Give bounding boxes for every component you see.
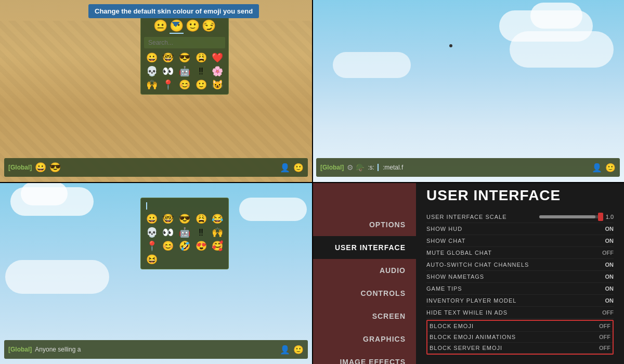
emoji-cell[interactable]: 😎 <box>177 51 192 64</box>
sidebar-item-image-effects[interactable]: IMAGE EFFECTS <box>312 350 416 364</box>
emoji-cell[interactable]: 😩 <box>193 51 209 64</box>
cursor <box>449 44 452 47</box>
emoji-cell[interactable]: 👀 <box>161 65 176 77</box>
quadrant-emoji-chat: 😀 🤓 😎 😩 😂 💀 👀 🤖 ‼️ 🙌 📍 😊 🤣 😍 🥰 😆 [Global… <box>0 182 312 364</box>
settings-row-block-emoji: BLOCK EMOJI OFF <box>427 321 613 332</box>
emoji-cell[interactable]: 😀 <box>144 213 160 225</box>
emoji-cell[interactable]: 📍 <box>144 240 160 252</box>
sidebar-item-audio[interactable]: AUDIO <box>312 259 416 282</box>
chat-emoji-icon[interactable]: 🙂 <box>293 163 304 173</box>
emoji-cell[interactable]: 👀 <box>161 226 176 239</box>
sidebar-item-user-interface[interactable]: USER INTERFACE <box>312 236 416 259</box>
highlighted-emoji-section: BLOCK EMOJI OFF BLOCK EMOJI ANIMATIONS O… <box>426 320 614 355</box>
sidebar-item-graphics[interactable]: GRAPHICS <box>312 328 416 350</box>
skin-emoji-1[interactable]: 😐 <box>153 19 167 34</box>
emoji-cell[interactable]: 😆 <box>144 253 160 266</box>
emoji-cell[interactable]: 😎 <box>177 213 192 225</box>
chat-global-tag-q2: [Global] <box>320 164 344 171</box>
emoji-cell[interactable]: 🤣 <box>177 240 192 252</box>
emoji-cell[interactable]: 🤖 <box>177 226 192 239</box>
chat-item-icons: ⚙ 🪖 <box>347 163 365 172</box>
sidebar-item-controls[interactable]: CONTROLS <box>312 282 416 305</box>
settings-label: SHOW CHAT <box>426 238 465 244</box>
settings-row-game-tips: GAME TIPS ON <box>426 283 614 295</box>
emoji-cell[interactable]: 📍 <box>161 79 176 91</box>
emoji-cell[interactable]: 🙌 <box>210 226 225 239</box>
chat-bar-q3: [Global] Anyone selling a 👤 🙂 <box>4 340 308 359</box>
emoji-cell[interactable]: 🤓 <box>161 51 176 64</box>
settings-label: HIDE TEXT WHILE IN ADS <box>426 309 508 316</box>
emoji-cell[interactable]: ‼️ <box>193 226 209 239</box>
emoji-cell[interactable]: 😊 <box>177 79 192 91</box>
chat-global-tag: [Global] <box>8 164 32 171</box>
settings-sidebar: OPTIONS USER INTERFACE AUDIO CONTROLS SC… <box>312 182 416 364</box>
chat-emoji-icon-q2[interactable]: 🙂 <box>605 163 616 173</box>
emoji-search-input[interactable] <box>144 37 225 48</box>
settings-label: AUTO-SWITCH CHAT CHANNELS <box>426 262 529 268</box>
settings-row-show-chat: SHOW CHAT ON <box>426 235 614 247</box>
emoji-cell[interactable]: 😺 <box>210 79 225 91</box>
emoji-cell[interactable]: 🤓 <box>161 213 176 225</box>
settings-value[interactable]: ON <box>593 274 614 280</box>
emoji-cell[interactable]: 🙂 <box>193 79 209 91</box>
chat-global-tag-q3: [Global] <box>8 346 32 353</box>
settings-row-auto-switch: AUTO-SWITCH CHAT CHANNELS ON <box>426 259 614 271</box>
settings-value[interactable]: ON <box>593 297 614 304</box>
scale-control[interactable]: 1.0 <box>539 214 614 220</box>
settings-value[interactable]: OFF <box>590 323 610 329</box>
emoji-cell[interactable]: 💀 <box>144 226 160 239</box>
emoji-cell[interactable]: 🌸 <box>210 65 225 77</box>
sidebar-item-screen[interactable]: SCREEN <box>312 305 416 328</box>
settings-row-block-server-emoji: BLOCK SERVER EMOJI OFF <box>427 343 613 354</box>
emoji-picker-q1: 😐 😶 🙂 😏 😀 🤓 😎 😩 ❤️ 💀 👀 🤖 ‼️ 🌸 🙌 📍 😊 🙂 😺 <box>140 16 229 95</box>
settings-value[interactable]: OFF <box>590 345 610 351</box>
settings-value[interactable]: OFF <box>590 334 610 340</box>
emoji-cell[interactable]: 🙌 <box>144 79 160 91</box>
emoji-cell[interactable]: 💀 <box>144 65 160 77</box>
chat-emoji-icon-q3[interactable]: 🙂 <box>293 345 304 355</box>
emoji-cell[interactable]: 😀 <box>144 51 160 64</box>
scale-slider[interactable] <box>539 215 602 218</box>
chat-emoji-2: 😎 <box>49 162 61 173</box>
emoji-cell[interactable]: 🤖 <box>177 65 192 77</box>
emoji-cell[interactable]: 😩 <box>193 213 209 225</box>
settings-value[interactable]: OFF <box>593 309 614 316</box>
settings-value[interactable]: OFF <box>593 250 614 256</box>
settings-label: MUTE GLOBAL CHAT <box>426 250 492 256</box>
skin-tone-row: 😐 😶 🙂 😏 <box>144 19 225 34</box>
chat-input-text[interactable]: :metal.f <box>383 164 403 171</box>
skin-emoji-3[interactable]: 🙂 <box>186 19 200 34</box>
settings-label: BLOCK EMOJI <box>430 323 474 329</box>
emoji-cell[interactable]: 😂 <box>210 213 225 225</box>
chat-person-icon-q3: 👤 <box>280 345 290 355</box>
emoji-cell[interactable]: 🥰 <box>210 240 225 252</box>
settings-label: BLOCK EMOJI ANIMATIONS <box>430 334 516 340</box>
settings-label-scale: USER INTERFACE SCALE <box>426 214 506 220</box>
scale-slider-fill <box>539 215 595 218</box>
emoji-cell[interactable]: 😊 <box>161 240 176 252</box>
chat-emoji-1: 😀 <box>35 162 46 173</box>
settings-value[interactable]: ON <box>593 226 614 232</box>
sidebar-item-options[interactable]: OPTIONS <box>312 213 416 236</box>
settings-main: USER INTERFACE USER INTERFACE SCALE 1.0 … <box>416 182 624 364</box>
settings-row-show-hud: SHOW HUD ON <box>426 223 614 235</box>
text-cursor-q3 <box>146 202 147 210</box>
emoji-cell[interactable]: ❤️ <box>210 51 225 64</box>
chat-colon-text: :s: <box>368 164 374 171</box>
settings-row-block-emoji-anim: BLOCK EMOJI ANIMATIONS OFF <box>427 332 613 343</box>
quadrant-autocomplete: ⚙ :metal.fragments: 🪖 :metal.facemask.ic… <box>312 0 624 182</box>
skin-emoji-4[interactable]: 😏 <box>202 19 216 34</box>
settings-value[interactable]: ON <box>593 262 614 268</box>
settings-title: USER INTERFACE <box>426 187 614 204</box>
quadrant-settings: OPTIONS USER INTERFACE AUDIO CONTROLS SC… <box>312 182 624 364</box>
settings-value[interactable]: ON <box>593 238 614 244</box>
emoji-cell[interactable]: ‼️ <box>193 65 209 77</box>
settings-row-mute-global: MUTE GLOBAL CHAT OFF <box>426 247 614 259</box>
scale-slider-thumb[interactable] <box>598 213 603 221</box>
chat-bar-q2: [Global] ⚙ 🪖 :s: :metal.f 👤 🙂 <box>316 158 620 177</box>
settings-label: INVENTORY PLAYER MODEL <box>426 297 516 304</box>
settings-value[interactable]: ON <box>593 285 614 292</box>
emoji-cell[interactable]: 😍 <box>193 240 209 252</box>
chat-person-icon: 👤 <box>280 163 290 173</box>
settings-row-scale: USER INTERFACE SCALE 1.0 <box>426 211 614 223</box>
